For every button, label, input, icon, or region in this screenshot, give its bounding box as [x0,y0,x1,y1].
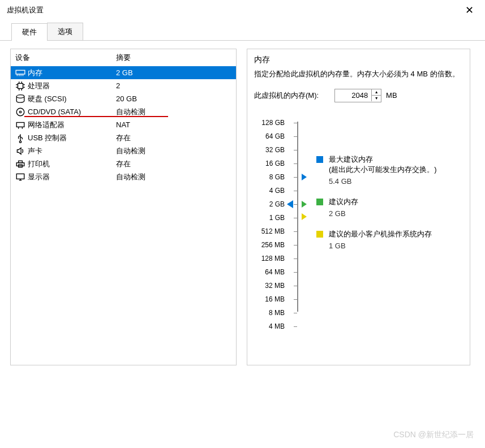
legend-max-value: 5.4 GB [329,177,437,186]
tab-options[interactable]: 选项 [47,23,83,40]
memory-input[interactable] [335,90,371,101]
spinner-up-icon[interactable]: ▲ [372,89,381,96]
slider-tick-label: 16 MB [254,292,289,306]
hardware-row[interactable]: 声卡自动检测 [11,144,236,157]
memory-spinner[interactable]: ▲ ▼ [334,89,381,102]
slider-thumb-icon[interactable] [287,200,293,208]
device-summary: 自动检测 [116,107,231,117]
device-summary: 存在 [116,159,231,169]
annotation-underline [24,116,168,117]
memory-settings-panel: 内存 指定分配给此虚拟机的内存量。内存大小必须为 4 MB 的倍数。 此虚拟机的… [247,49,470,365]
slider-tick-label: 32 GB [254,143,289,157]
device-name: 内存 [28,68,116,78]
svg-point-14 [16,94,24,98]
hardware-row[interactable]: 处理器2 [11,79,236,92]
slider-tick-label: 4 MB [254,320,289,333]
memory-unit: MB [386,91,397,100]
hardware-row[interactable]: 内存2 GB [11,66,236,79]
legend-max-label: 最大建议内存 [329,154,437,165]
titlebar: 虚拟机设置 ✕ [0,0,485,20]
legend-square-min-icon [316,231,323,238]
marker-recommended-icon [302,201,307,208]
close-icon[interactable]: ✕ [461,4,478,16]
svg-rect-5 [18,83,23,88]
slider-tick-label: 8 GB [254,170,289,184]
printer-icon [15,160,25,169]
memory-title: 内存 [254,55,463,65]
tab-hardware[interactable]: 硬件 [11,23,48,41]
memory-icon [15,68,25,77]
hardware-row[interactable]: 打印机存在 [11,157,236,170]
header-summary: 摘要 [116,53,131,63]
tab-strip: 硬件 选项 [0,23,485,41]
legend-min-label: 建议的最小客户机操作系统内存 [329,229,432,239]
legend-square-rec-icon [316,199,323,205]
window-title: 虚拟机设置 [7,5,44,15]
disk-icon [15,94,25,104]
slider-tick-label: 512 MB [254,225,289,238]
cd-icon [15,107,25,117]
memory-legend: 最大建议内存 (超出此大小可能发生内存交换。) 5.4 GB 建议内存 2 GB… [316,116,437,333]
legend-rec-label: 建议内存 [329,197,358,207]
slider-tick-label: 128 GB [254,116,289,130]
legend-min-value: 1 GB [329,242,437,250]
network-icon [15,120,25,130]
device-summary: 20 GB [116,94,231,103]
device-name: USB 控制器 [28,133,116,143]
device-summary: NAT [116,120,231,129]
slider-tick-label: 4 GB [254,184,289,197]
hardware-row[interactable]: 网络适配器NAT [11,118,236,131]
slider-tick-label: 1 GB [254,211,289,225]
svg-rect-0 [16,70,25,74]
hardware-list-header: 设备 摘要 [11,49,236,66]
device-name: 打印机 [28,159,116,169]
slider-tick-label: 32 MB [254,279,289,292]
slider-tick-label: 8 MB [254,306,289,320]
marker-max-icon [302,174,307,180]
device-name: 处理器 [28,81,116,91]
hardware-list-panel: 设备 摘要 内存2 GB处理器2硬盘 (SCSI)20 GBCD/DVD (SA… [10,49,237,365]
svg-point-20 [19,141,21,143]
slider-tick-label: 256 MB [254,238,289,252]
slider-tick-label: 128 MB [254,252,289,265]
memory-slider[interactable] [289,116,305,333]
watermark: CSDN @新世纪添一居 [393,430,474,440]
device-name: 硬盘 (SCSI) [28,94,116,104]
device-summary: 自动检测 [116,172,231,182]
cpu-icon [15,81,25,91]
slider-tick-label: 64 MB [254,265,289,279]
device-summary: 2 GB [116,68,231,77]
hardware-row[interactable]: 显示器自动检测 [11,170,236,183]
sound-icon [15,147,25,156]
hardware-row[interactable]: USB 控制器存在 [11,131,236,144]
marker-min-icon [302,213,307,220]
device-summary: 自动检测 [116,146,231,156]
device-name: CD/DVD (SATA) [28,107,116,116]
device-name: 声卡 [28,146,116,156]
device-summary: 2 [116,81,231,90]
device-summary: 存在 [116,133,231,143]
memory-description: 指定分配给此虚拟机的内存量。内存大小必须为 4 MB 的倍数。 [254,68,463,80]
header-device: 设备 [15,53,116,63]
hardware-row[interactable]: 硬盘 (SCSI)20 GB [11,92,236,105]
svg-point-16 [19,111,21,113]
slider-tick-label: 16 GB [254,157,289,170]
legend-max-note: (超出此大小可能发生内存交换。) [329,165,437,175]
device-name: 网络适配器 [28,120,116,130]
memory-input-label: 此虚拟机的内存(M): [254,91,319,101]
svg-rect-17 [16,122,24,127]
slider-tick-label: 64 GB [254,130,289,143]
device-name: 显示器 [28,172,116,182]
legend-square-max-icon [316,156,323,163]
spinner-down-icon[interactable]: ▼ [372,96,381,101]
svg-point-15 [16,108,24,116]
svg-rect-24 [16,174,24,179]
usb-icon [15,133,25,143]
memory-slider-labels: 128 GB64 GB32 GB16 GB8 GB4 GB2 GB1 GB512… [254,116,289,333]
slider-tick-label: 2 GB [254,197,289,211]
svg-rect-22 [19,161,23,162]
legend-rec-value: 2 GB [329,209,437,218]
display-icon [15,173,25,182]
